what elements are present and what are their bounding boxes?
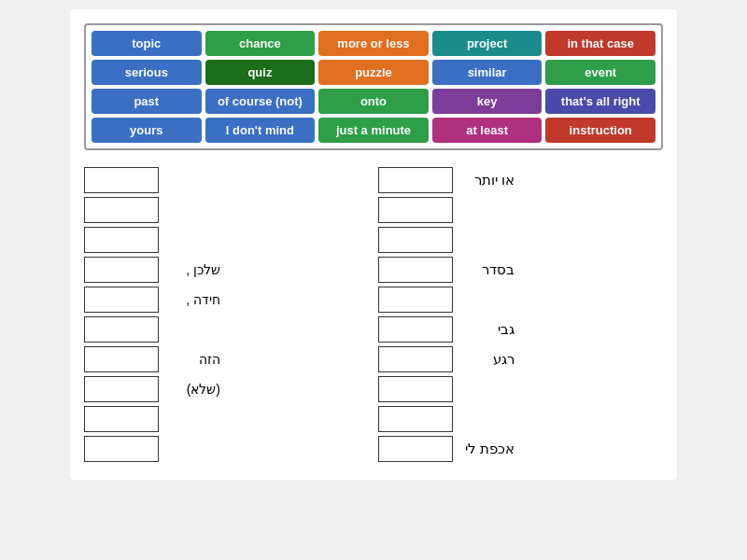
right-answer-box-7[interactable]	[378, 376, 453, 402]
left-answer-box-8[interactable]	[84, 406, 159, 432]
word-tile-8[interactable]: similar	[432, 60, 543, 85]
left-answer-box-9[interactable]	[84, 436, 159, 462]
right-answer-box-1[interactable]	[378, 197, 453, 223]
right-answer-box-4[interactable]	[378, 287, 453, 313]
word-tile-0[interactable]: topic	[92, 31, 202, 56]
word-tile-2[interactable]: more or less	[318, 31, 429, 56]
exercise-row-3: בסדרשלכן ,	[84, 257, 663, 283]
exercise-row-1	[84, 197, 663, 223]
right-hint-5: גבי	[458, 321, 514, 338]
word-tile-13[interactable]: key	[432, 89, 543, 114]
word-tile-4[interactable]: in that case	[545, 31, 655, 56]
left-answer-box-0[interactable]	[84, 167, 159, 193]
right-answer-box-0[interactable]	[378, 167, 453, 193]
word-tile-1[interactable]: chance	[205, 31, 316, 56]
word-tile-19[interactable]: instruction	[545, 118, 655, 143]
right-answer-box-2[interactable]	[378, 227, 453, 253]
word-tile-5[interactable]: serious	[92, 60, 202, 85]
exercise-row-9: אכפת לי	[84, 436, 663, 462]
left-answer-box-7[interactable]	[84, 376, 159, 402]
exercise-row-8	[84, 406, 663, 432]
word-tile-12[interactable]: onto	[318, 89, 429, 114]
left-hint-7: (שלא)	[164, 382, 220, 397]
word-tile-9[interactable]: event	[545, 60, 655, 85]
word-tile-6[interactable]: quiz	[205, 60, 316, 85]
left-hint-6: הזה	[164, 352, 220, 367]
right-answer-box-9[interactable]	[378, 436, 453, 462]
word-tile-16[interactable]: I don't mind	[205, 118, 316, 143]
word-tile-18[interactable]: at least	[432, 118, 543, 143]
word-tile-14[interactable]: that's all right	[545, 89, 655, 114]
left-answer-box-3[interactable]	[84, 257, 159, 283]
right-answer-box-5[interactable]	[378, 316, 453, 343]
word-tile-3[interactable]: project	[432, 31, 543, 56]
word-tile-10[interactable]: past	[92, 89, 202, 114]
left-answer-box-4[interactable]	[84, 287, 159, 313]
left-answer-box-6[interactable]	[84, 346, 159, 372]
left-answer-box-1[interactable]	[84, 197, 159, 223]
right-hint-3: בסדר	[458, 261, 514, 278]
exercise-row-4: חידה ,	[84, 287, 663, 313]
right-answer-box-8[interactable]	[378, 406, 453, 432]
exercise-row-0: או יותר	[84, 167, 663, 193]
exercise-row-7: (שלא)	[84, 376, 663, 402]
left-hint-4: חידה ,	[164, 292, 220, 307]
exercise-row-5: גבי	[84, 316, 663, 343]
exercise-row-6: רגעהזה	[84, 346, 663, 372]
right-answer-box-6[interactable]	[378, 346, 453, 372]
word-tile-17[interactable]: just a minute	[318, 118, 429, 143]
left-hint-3: שלכן ,	[164, 262, 220, 277]
right-hint-0: או יותר	[458, 172, 514, 189]
right-answer-box-3[interactable]	[378, 257, 453, 283]
right-hint-6: רגע	[458, 351, 514, 368]
left-answer-box-2[interactable]	[84, 227, 159, 253]
left-answer-box-5[interactable]	[84, 316, 159, 343]
right-hint-9: אכפת לי	[458, 441, 514, 457]
word-tile-15[interactable]: yours	[92, 118, 202, 143]
word-bank: topicchancemore or lessprojectin that ca…	[84, 23, 663, 150]
main-container: topicchancemore or lessprojectin that ca…	[70, 9, 677, 480]
exercise-area: או יותרבסדרשלכן ,חידה ,גבירגעהזה(שלא)אכפ…	[84, 167, 663, 462]
exercise-row-2	[84, 227, 663, 253]
word-tile-11[interactable]: of course (not)	[205, 89, 316, 114]
word-tile-7[interactable]: puzzle	[318, 60, 429, 85]
